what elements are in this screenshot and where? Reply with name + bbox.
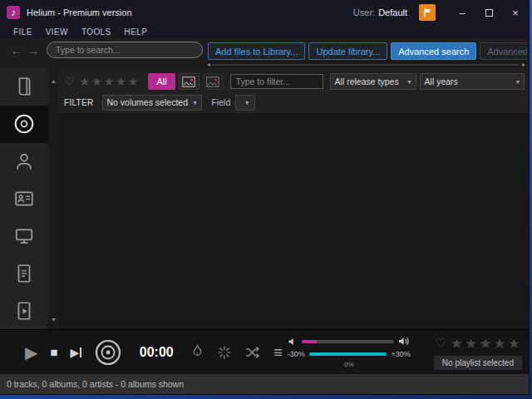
main-panel: ♡ ★★★★★ All (59, 68, 529, 329)
scrollbar-track[interactable] (213, 64, 520, 66)
favorite-filter-icon[interactable]: ♡ (64, 75, 75, 88)
field-label: Field (212, 97, 231, 107)
user-value[interactable]: Default (378, 7, 407, 17)
app-icon: ♪ (7, 6, 20, 19)
filter-all-button[interactable]: All (148, 73, 175, 90)
document-icon (13, 263, 35, 284)
rating-filter-stars[interactable]: ★★★★★ (80, 75, 140, 88)
advanced-search-button[interactable]: Advanced search (391, 42, 476, 60)
queue-menu-icon[interactable]: ≡ (273, 345, 283, 360)
status-bar: 0 tracks, 0 albums, 0 artists - 0 albums… (0, 374, 529, 394)
favorite-track-icon[interactable]: ♡ (435, 336, 446, 351)
body-area: ▲ ▼ ♡ ★★★★★ All (0, 68, 529, 329)
disc-icon (13, 113, 35, 135)
album-list-area (59, 113, 529, 329)
transport-controls: ▶ ■ ▶ 00:00 (0, 338, 283, 367)
sidebar-item-contacts[interactable] (0, 180, 48, 218)
playlist-doc-icon (13, 300, 35, 322)
star-icon: ★ (116, 75, 128, 88)
stop-button[interactable]: ■ (50, 346, 57, 358)
star-icon: ★ (479, 336, 493, 352)
user-label: User: (353, 7, 375, 17)
app-window: ♪ Helium - Premium version User: Default… (0, 0, 529, 394)
scroll-up-icon[interactable]: ▲ (51, 78, 57, 84)
menu-view[interactable]: VIEW (39, 27, 75, 37)
menu-help[interactable]: HELP (118, 27, 155, 37)
menubar: FILE VIEW TOOLS HELP (0, 25, 529, 38)
pitch-value: 0% (288, 362, 411, 368)
speaker-mute-icon[interactable] (288, 337, 298, 347)
volume-pitch-block: -30% +30% 0% (288, 336, 411, 368)
track-rating-stars[interactable]: ★★★★★ (451, 335, 522, 352)
filter-label: FILTER (64, 98, 94, 107)
forward-icon[interactable]: → (25, 43, 42, 57)
star-icon: ★ (128, 75, 140, 88)
without-images-button[interactable] (203, 73, 224, 90)
next-icon: ▶ (70, 347, 79, 358)
filter-input[interactable] (230, 74, 323, 89)
pitch-slider[interactable] (309, 352, 387, 356)
toolbar: ← → Add files to Library... Update libra… (0, 39, 529, 69)
status-text: 0 tracks, 0 albums, 0 artists - 0 albums… (7, 379, 184, 389)
advanced-tag-editor-button: Advanced tag edito... (480, 42, 527, 60)
playlist-cluster: ♡ ★★★★★ No playlist selected (434, 335, 529, 370)
volume-slider[interactable] (302, 340, 394, 343)
chevron-down-icon: ▾ (408, 78, 411, 86)
content-vertical-scrollbar[interactable]: ▲ ▼ (48, 68, 59, 329)
star-icon: ★ (508, 336, 522, 352)
star-icon: ★ (451, 336, 465, 352)
volumes-value: No volumes selected (107, 97, 188, 107)
flame-icon[interactable] (190, 344, 204, 360)
maximize-button[interactable] (475, 0, 502, 25)
maximize-icon (485, 9, 493, 17)
menu-tools[interactable]: TOOLS (75, 27, 118, 37)
menu-file[interactable]: FILE (7, 27, 39, 37)
volume-fill (302, 340, 317, 343)
minimize-button[interactable]: – (449, 0, 475, 25)
field-dropdown[interactable]: ▾ (235, 95, 255, 111)
add-files-button[interactable]: Add files to Library... (208, 42, 305, 60)
years-dropdown[interactable]: All years ▾ (420, 73, 525, 90)
sidebar-item-devices[interactable] (0, 217, 48, 254)
sidebar-item-library[interactable] (0, 68, 48, 106)
star-icon: ★ (104, 75, 116, 88)
star-icon: ★ (465, 336, 479, 352)
years-value: All years (425, 76, 458, 86)
helium-disc-logo (94, 338, 122, 367)
speaker-loud-icon[interactable] (398, 336, 411, 347)
burst-icon[interactable] (217, 345, 232, 360)
player-bar: ▶ ■ ▶ 00:00 (0, 329, 529, 374)
star-icon: ★ (494, 336, 508, 352)
update-library-button[interactable]: Update library... (308, 42, 387, 60)
play-button[interactable]: ▶ (25, 344, 37, 361)
sidebar-item-playlists[interactable] (0, 292, 48, 329)
sidebar-item-reports[interactable] (0, 254, 48, 292)
sidebar-item-artists[interactable] (0, 143, 48, 180)
sidebar-item-albums[interactable] (0, 106, 48, 143)
elapsed-time: 00:00 (135, 345, 178, 360)
star-icon: ★ (91, 75, 104, 88)
monitor-icon (13, 225, 35, 247)
search-input[interactable] (47, 42, 203, 58)
picture-icon (182, 76, 195, 87)
titlebar: ♪ Helium - Premium version User: Default… (0, 0, 529, 25)
book-icon (13, 76, 35, 97)
next-bar-icon (80, 347, 81, 357)
volumes-dropdown[interactable]: No volumes selected ▾ (102, 95, 202, 111)
close-button[interactable]: × (502, 0, 529, 25)
music-note-icon: ♪ (11, 7, 16, 18)
back-icon[interactable]: ← (8, 43, 25, 57)
filter-bar: ♡ ★★★★★ All (59, 68, 529, 113)
pitch-min-label: -30% (288, 350, 305, 358)
with-images-button[interactable] (179, 73, 200, 90)
chevron-down-icon: ▾ (516, 78, 520, 86)
shuffle-icon[interactable] (244, 345, 261, 360)
next-button[interactable]: ▶ (70, 347, 81, 358)
picture-off-icon (206, 76, 219, 87)
release-types-dropdown[interactable]: All release types ▾ (330, 73, 416, 90)
scroll-down-icon[interactable]: ▼ (51, 317, 57, 323)
flag-button[interactable] (419, 4, 436, 21)
playlist-status: No playlist selected (434, 356, 522, 370)
release-types-value: All release types (335, 76, 399, 86)
person-icon (13, 150, 35, 172)
